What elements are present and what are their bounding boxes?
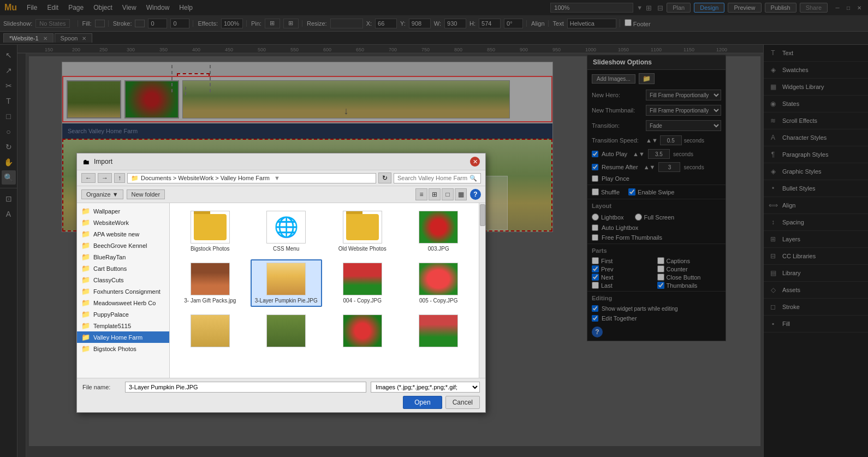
new-folder-button[interactable]: New folder bbox=[127, 189, 165, 199]
file-partial[interactable] bbox=[174, 311, 246, 353]
back-button[interactable]: ← bbox=[81, 173, 96, 183]
search-box[interactable]: 🔍 bbox=[394, 173, 481, 183]
filename-input[interactable]: 3-Layer Pumpkin Pie.JPG bbox=[125, 382, 366, 393]
pumpkin-pie-label: 3-Layer Pumpkin Pie.JPG bbox=[255, 298, 318, 304]
file-005-copy[interactable]: 005 - Copy.JPG bbox=[403, 259, 475, 307]
dialog-titlebar: 🖿 Import ✕ bbox=[77, 153, 485, 170]
file-bigstock-photos[interactable]: Bigstock Photos bbox=[174, 207, 246, 255]
nav-path-text: Documents > WebsiteWork > Valley Home Fa… bbox=[141, 175, 270, 181]
sidebar-folder-websitework[interactable]: 📁 WebsiteWork bbox=[77, 217, 169, 228]
sidebar-folder-meadowsweet[interactable]: 📁 Meadowsweet Herb Co bbox=[77, 297, 169, 308]
sidebar-folder-classycuts[interactable]: 📁 ClassyCuts bbox=[77, 274, 169, 286]
sidebar-folder-puppypalace[interactable]: 📁 PuppyPalace bbox=[77, 308, 169, 320]
refresh-button[interactable]: ↻ bbox=[378, 173, 391, 183]
sidebar-folder-apa[interactable]: 📁 APA website new bbox=[77, 228, 169, 240]
file-004-copy[interactable]: 004 - Copy.JPG bbox=[326, 259, 399, 307]
file-old-website-photos[interactable]: Old Website Photos bbox=[326, 207, 399, 255]
cancel-button[interactable]: Cancel bbox=[445, 396, 480, 409]
dialog-sidebar: 📁 Wallpaper 📁 WebsiteWork 📁 APA website … bbox=[77, 203, 170, 378]
003-thumb bbox=[419, 211, 458, 244]
beechgrove-folder-icon: 📁 bbox=[81, 241, 90, 250]
wallpaper-folder-icon: 📁 bbox=[81, 207, 90, 215]
sidebar-folder-bluraytan[interactable]: 📁 BlueRayTan bbox=[77, 251, 169, 263]
import-dialog: 🖿 Import ✕ ← → ↑ 📁 Documents > WebsiteWo… bbox=[76, 153, 486, 413]
old-website-photos-thumb bbox=[343, 211, 382, 244]
row2-3-thumb bbox=[419, 314, 458, 347]
005-copy-label: 005 - Copy.JPG bbox=[419, 298, 457, 304]
004-copy-label: 004 - Copy.JPG bbox=[343, 298, 382, 304]
dialog-toolbar2: Organize ▼ New folder ≡ ⊞ □ ▦ ? bbox=[77, 186, 485, 203]
valleyhomefarm-folder-icon: 📁 bbox=[81, 333, 90, 341]
organize-button[interactable]: Organize ▼ bbox=[81, 189, 123, 199]
dialog-overlay: 🖿 Import ✕ ← → ↑ 📁 Documents > WebsiteWo… bbox=[0, 0, 868, 457]
dialog-title: Import bbox=[94, 158, 112, 165]
files-scrollbar[interactable] bbox=[479, 203, 485, 378]
websitework-folder-icon: 📁 bbox=[81, 218, 90, 227]
file-pumpkin-pie[interactable]: 3-Layer Pumpkin Pie.JPG bbox=[251, 259, 323, 307]
up-button[interactable]: ↑ bbox=[114, 173, 125, 183]
template5115-folder-icon: 📁 bbox=[81, 322, 90, 330]
sidebar-folder-bigstock[interactable]: 📁 Bigstock Photos bbox=[77, 343, 169, 354]
dialog-close-button[interactable]: ✕ bbox=[470, 157, 480, 167]
bigstock-label: Bigstock Photos bbox=[191, 246, 230, 252]
row2-1-thumb bbox=[266, 314, 306, 347]
filename-row: File name: 3-Layer Pumpkin Pie.JPG Image… bbox=[82, 382, 480, 393]
css-menu-label: CSS Menu bbox=[273, 246, 299, 252]
jam-gift-label: 3- Jam Gift Packs.jpg bbox=[184, 298, 236, 304]
old-website-photos-label: Old Website Photos bbox=[338, 246, 387, 252]
sidebar-folder-foxhunters[interactable]: 📁 Foxhunters Consignment bbox=[77, 286, 169, 297]
puppypalace-folder-icon: 📁 bbox=[81, 310, 90, 318]
partial-thumb bbox=[191, 314, 230, 347]
filename-label: File name: bbox=[82, 384, 121, 390]
003-label: 003.JPG bbox=[428, 246, 449, 252]
dialog-help-button[interactable]: ? bbox=[470, 189, 481, 200]
detail-view-button[interactable]: ⊞ bbox=[429, 188, 441, 200]
pumpkin-pie-thumb bbox=[266, 263, 306, 295]
files-grid: Bigstock Photos 🌐 CSS Menu bbox=[174, 207, 481, 353]
blueraytan-folder-icon: 📁 bbox=[81, 253, 90, 261]
bigstock-thumb bbox=[191, 211, 230, 244]
file-css-menu[interactable]: 🌐 CSS Menu bbox=[251, 207, 323, 255]
meadowsweet-folder-icon: 📁 bbox=[81, 299, 90, 307]
dialog-nav: ← → ↑ 📁 Documents > WebsiteWork > Valley… bbox=[77, 170, 485, 186]
filetype-select[interactable]: Images (*.jpg;*.jpeg;*.png;*.gif; bbox=[371, 382, 480, 393]
sidebar-folder-beechgrove[interactable]: 📁 BeechGrove Kennel bbox=[77, 240, 169, 251]
file-row2-3[interactable] bbox=[403, 311, 475, 353]
row2-2-thumb bbox=[343, 314, 382, 347]
sidebar-folder-wallpaper[interactable]: 📁 Wallpaper bbox=[77, 205, 169, 217]
sidebar-folder-template5115[interactable]: 📁 Template5115 bbox=[77, 320, 169, 331]
apa-folder-icon: 📁 bbox=[81, 230, 90, 238]
file-003[interactable]: 003.JPG bbox=[403, 207, 475, 255]
file-row2-1[interactable] bbox=[251, 311, 323, 353]
004-copy-thumb bbox=[343, 263, 382, 295]
bigstock-folder-icon: 📁 bbox=[81, 345, 90, 353]
nav-path: 📁 Documents > WebsiteWork > Valley Home … bbox=[127, 173, 391, 183]
file-row2-2[interactable] bbox=[326, 311, 399, 353]
cartbuttons-folder-icon: 📁 bbox=[81, 264, 90, 272]
search-input[interactable] bbox=[397, 175, 469, 181]
forward-button[interactable]: → bbox=[98, 173, 112, 183]
sidebar-folder-cartbuttons[interactable]: 📁 Cart Buttons bbox=[77, 263, 169, 274]
nav-path-box[interactable]: 📁 Documents > WebsiteWork > Valley Home … bbox=[127, 173, 376, 183]
classycuts-folder-icon: 📁 bbox=[81, 276, 90, 284]
large-icon-view-button[interactable]: □ bbox=[442, 188, 454, 200]
dialog-files-area: Bigstock Photos 🌐 CSS Menu bbox=[170, 203, 485, 378]
css-menu-thumb: 🌐 bbox=[266, 211, 306, 244]
preview-view-button[interactable]: ▦ bbox=[455, 188, 467, 200]
dialog-buttons: Open Cancel bbox=[82, 396, 480, 409]
jam-gift-thumb bbox=[191, 263, 230, 295]
005-copy-thumb bbox=[419, 263, 458, 295]
view-buttons: ≡ ⊞ □ ▦ bbox=[415, 188, 467, 200]
list-view-button[interactable]: ≡ bbox=[415, 188, 427, 200]
sidebar-folder-valleyhomefarm[interactable]: 📁 Valley Home Farm bbox=[77, 331, 169, 343]
dialog-body: 📁 Wallpaper 📁 WebsiteWork 📁 APA website … bbox=[77, 203, 485, 378]
foxhunters-folder-icon: 📁 bbox=[81, 287, 90, 295]
file-jam-gift[interactable]: 3- Jam Gift Packs.jpg bbox=[174, 259, 246, 307]
dialog-footer: File name: 3-Layer Pumpkin Pie.JPG Image… bbox=[77, 378, 485, 412]
open-button[interactable]: Open bbox=[403, 396, 442, 409]
